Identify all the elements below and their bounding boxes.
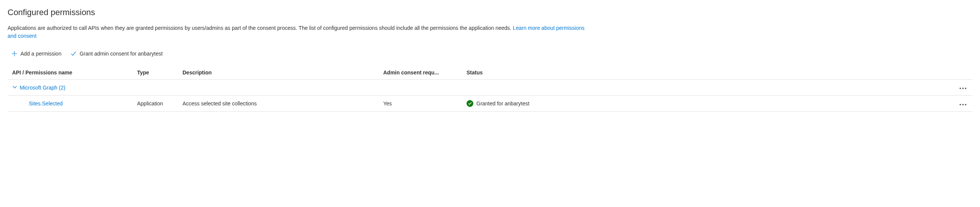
section-description: Applications are authorized to call APIs…: [8, 24, 591, 40]
permission-status-text: Granted for anbarytest: [476, 101, 530, 106]
grant-consent-button[interactable]: Grant admin consent for anbarytest: [70, 49, 162, 58]
toolbar: Add a permission Grant admin consent for…: [8, 49, 972, 58]
permission-status: Granted for anbarytest: [466, 100, 945, 107]
permission-admin-consent: Yes: [379, 96, 462, 112]
permission-name-link[interactable]: Sites.Selected: [12, 101, 63, 106]
api-group-label: Microsoft Graph (2): [20, 85, 65, 91]
api-group-row: Microsoft Graph (2): [8, 80, 972, 96]
column-header-admin-consent[interactable]: Admin consent requ...: [379, 66, 462, 80]
check-icon: [70, 51, 76, 57]
add-permission-label: Add a permission: [21, 51, 61, 57]
permission-description: Access selected site collections: [178, 96, 379, 112]
column-header-description[interactable]: Description: [178, 66, 379, 80]
grant-consent-label: Grant admin consent for anbarytest: [80, 51, 162, 57]
column-header-status[interactable]: Status: [462, 66, 950, 80]
section-title: Configured permissions: [8, 8, 972, 17]
column-header-api[interactable]: API / Permissions name: [8, 66, 132, 80]
permission-row: Sites.Selected Application Access select…: [8, 96, 972, 112]
api-group-toggle[interactable]: Microsoft Graph (2): [12, 84, 65, 91]
column-header-actions: [950, 66, 972, 80]
add-permission-button[interactable]: Add a permission: [11, 49, 61, 58]
permissions-table: API / Permissions name Type Description …: [8, 66, 972, 112]
description-text: Applications are authorized to call APIs…: [8, 25, 513, 31]
table-header-row: API / Permissions name Type Description …: [8, 66, 972, 80]
column-header-type[interactable]: Type: [132, 66, 178, 80]
permission-more-button[interactable]: [958, 103, 968, 107]
success-icon: [466, 100, 473, 107]
group-more-button[interactable]: [958, 86, 968, 91]
permission-type: Application: [132, 96, 178, 112]
plus-icon: [11, 51, 18, 57]
chevron-down-icon: [12, 84, 18, 91]
